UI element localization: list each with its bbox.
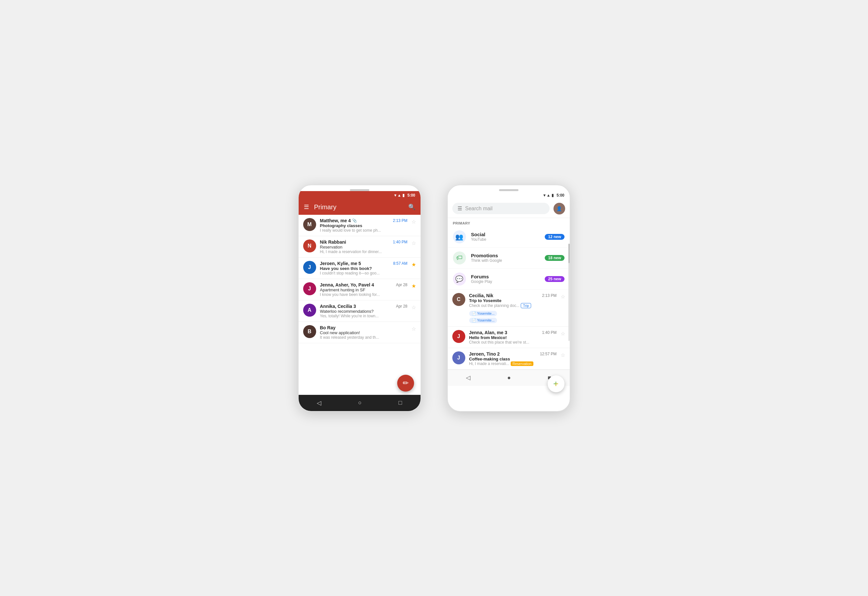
phone-1: ▾ ▲ ▮ 5:00 ☰ Primary 🔍 M Matthew, me 4 📎…	[298, 185, 421, 412]
avatar-initial: J	[308, 265, 311, 270]
email-avatar: N	[303, 240, 316, 253]
email-item-phone2[interactable]: J Jenna, Alan, me 3 1:40 PM Hello from M…	[448, 327, 570, 348]
user-avatar[interactable]: 👤	[554, 203, 565, 214]
home-button-2[interactable]: ●	[508, 374, 511, 381]
email-item[interactable]: A Annika, Cecilia 3 Apr 28 Waterloo reco…	[299, 300, 421, 322]
category-item-social[interactable]: 👥 Social YouTube 12 new	[448, 226, 570, 247]
back-button[interactable]: ◁	[317, 399, 321, 407]
email-attachment-chip: 📄 Yosemite...	[469, 311, 497, 316]
category-badge-social: 12 new	[545, 234, 564, 240]
email2-subject: Coffee-making class	[469, 356, 557, 361]
star-icon[interactable]: ☆	[412, 326, 416, 332]
phone-2: ▾ ▲ ▮ 5:00 ☰ Search mail 👤 PRIMARY 👥 Soc…	[447, 185, 570, 412]
avatar2-initial: J	[457, 355, 460, 361]
email-content: Jenna, Asher, Yo, Pavel 4 Apr 28 Apartme…	[320, 282, 407, 297]
star-icon[interactable]: ☆	[412, 219, 416, 225]
email-item[interactable]: M Matthew, me 4 📎 2:13 PM Photography cl…	[299, 215, 421, 236]
inbox-title: Primary	[314, 203, 403, 211]
email-item-phone2[interactable]: J Jeroen, Tino 2 12:57 PM Coffee-making …	[448, 348, 570, 370]
category-name-promotions: Promotions	[471, 253, 540, 258]
star-area[interactable]: ☆	[412, 240, 416, 246]
search-menu-icon[interactable]: ☰	[458, 206, 462, 211]
scrollbar[interactable]	[568, 244, 570, 341]
email-preview: I couldn't stop reading it—so goo...	[320, 271, 407, 275]
email2-time: 1:40 PM	[542, 330, 557, 335]
email-list-phone2: C Cecilia, Nik 2:13 PM Trip to Yosemite …	[448, 290, 570, 370]
wifi-icon-2: ▾	[543, 193, 545, 198]
email2-avatar: J	[452, 351, 465, 364]
star-area[interactable]: ☆	[412, 304, 416, 311]
email2-star-area[interactable]: ☆	[561, 351, 565, 358]
reservation-tag: Reservation	[511, 361, 534, 366]
star-icon-2[interactable]: ☆	[561, 294, 565, 300]
email2-time: 2:13 PM	[542, 293, 557, 298]
email-subject: Have you seen this book?	[320, 266, 407, 271]
email-content: Annika, Cecilia 3 Apr 28 Waterloo recomm…	[320, 304, 407, 318]
search-input-container[interactable]: ☰ Search mail	[452, 203, 549, 214]
email-item[interactable]: B Bo Ray Cool new application! It was re…	[299, 322, 421, 343]
star-icon[interactable]: ★	[412, 262, 416, 268]
category-item-forums[interactable]: 💬 Forums Google Play 25 new	[448, 269, 570, 290]
header-search-icon[interactable]: 🔍	[408, 203, 415, 211]
email-preview: I really would love to get some ph...	[320, 228, 407, 233]
sender-name: Jeroen, Kylie, me 5	[320, 261, 361, 266]
category-content-forums: Forums Google Play	[471, 274, 540, 284]
avatar2-initial: C	[457, 297, 461, 302]
home-button[interactable]: ○	[358, 399, 362, 406]
battery-icon-2: ▮	[552, 193, 554, 198]
email-item[interactable]: N Nik Rabbani 1:40 PM Reservation Hi, I …	[299, 236, 421, 257]
search-bar: ☰ Search mail 👤	[448, 200, 570, 218]
avatar-initial: B	[308, 329, 311, 334]
recents-button[interactable]: □	[399, 399, 402, 406]
phone2-status-icons: ▾ ▲ ▮ 5:00	[543, 193, 564, 198]
star-area[interactable]: ☆	[412, 218, 416, 225]
star-area[interactable]: ☆	[412, 325, 416, 332]
hamburger-menu-icon[interactable]: ☰	[304, 203, 309, 211]
email-header: Matthew, me 4 📎 2:13 PM	[320, 218, 407, 223]
email-item-phone2[interactable]: C Cecilia, Nik 2:13 PM Trip to Yosemite …	[448, 290, 570, 327]
email-tag-chip: Trip	[521, 303, 531, 308]
email2-star-area[interactable]: ☆	[561, 330, 565, 337]
battery-icon: ▮	[402, 193, 404, 198]
star-area[interactable]: ★	[412, 261, 416, 268]
email-time: Apr 28	[396, 304, 407, 309]
email2-header: Jenna, Alan, me 3 1:40 PM	[469, 330, 557, 335]
back-button-2[interactable]: ◁	[466, 374, 471, 381]
avatar-initial: J	[308, 286, 311, 292]
category-list: 👥 Social YouTube 12 new 🏷 Promotions Thi…	[448, 226, 570, 290]
email-subject: Cool new application!	[320, 330, 407, 335]
star-icon[interactable]: ☆	[412, 240, 416, 246]
email-subject: Waterloo recommendations?	[320, 309, 407, 314]
email2-star-area[interactable]: ☆	[561, 293, 565, 300]
star-icon-2[interactable]: ☆	[561, 352, 565, 358]
category-item-promotions[interactable]: 🏷 Promotions Think with Google 18 new	[448, 247, 570, 269]
email-preview: I know you have been looking for...	[320, 292, 407, 297]
email-header: Nik Rabbani 1:40 PM	[320, 240, 407, 245]
email2-content: Cecilia, Nik 2:13 PM Trip to Yosemite Ch…	[469, 293, 557, 323]
email2-preview-row: Check out this place that we're st...	[469, 340, 557, 345]
category-icon-symbol: 🏷	[456, 254, 463, 262]
email-item[interactable]: J Jenna, Asher, Yo, Pavel 4 Apr 28 Apart…	[299, 279, 421, 300]
phone1-status-icons: ▾ ▲ ▮ 5:00	[394, 193, 415, 198]
compose-fab-button-2[interactable]: +	[548, 376, 564, 392]
email-subject: Photography classes	[320, 223, 407, 228]
scrollbar-thumb[interactable]	[568, 244, 570, 263]
star-icon[interactable]: ★	[412, 283, 416, 289]
category-badge-forums: 25 new	[545, 276, 564, 282]
email2-subject: Hello from Mexico!	[469, 335, 557, 340]
email-header: Bo Ray	[320, 325, 407, 330]
email-header: Annika, Cecilia 3 Apr 28	[320, 304, 407, 309]
phone1-time: 5:00	[407, 193, 415, 198]
star-icon-2[interactable]: ☆	[561, 331, 565, 337]
star-area[interactable]: ★	[412, 282, 416, 289]
compose-fab-button[interactable]: ✏	[397, 375, 414, 392]
email-header: Jenna, Asher, Yo, Pavel 4 Apr 28	[320, 282, 407, 287]
email2-content: Jeroen, Tino 2 12:57 PM Coffee-making cl…	[469, 351, 557, 366]
email-subject: Reservation	[320, 245, 407, 250]
phone2-status-bar: ▾ ▲ ▮ 5:00	[448, 191, 570, 200]
star-icon[interactable]: ☆	[412, 304, 416, 311]
email-item[interactable]: J Jeroen, Kylie, me 5 8:57 AM Have you s…	[299, 257, 421, 279]
avatar-initial: M	[307, 222, 311, 228]
email2-preview: Check out the planning doc...	[469, 303, 520, 308]
category-content-social: Social YouTube	[471, 232, 540, 242]
